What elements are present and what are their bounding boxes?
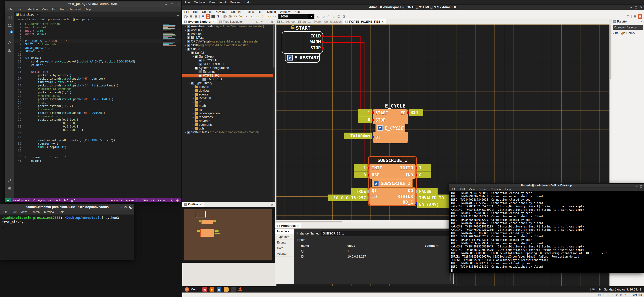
branch-status[interactable]: Development* — [13, 199, 30, 202]
close-icon[interactable]: ✕ — [382, 20, 384, 24]
menu-item-edit[interactable]: Edit — [191, 10, 200, 14]
value-badge[interactable]: FALSE — [418, 188, 438, 195]
zoom-combo[interactable]: 200% ▼ — [278, 15, 314, 19]
tab-test-plc-py[interactable]: test_plc.py ✕ — [14, 12, 40, 17]
remote-indicator[interactable]: >< — [5, 198, 11, 202]
menu-item-selection[interactable]: Selection — [24, 8, 40, 11]
tree-item-e-cycle[interactable]: ⊞E_CYCLE — [182, 59, 275, 62]
collapse-all-icon[interactable]: ⊟ — [256, 20, 258, 23]
fb-ecycle-neck[interactable]: ⊞E_CYCLE — [376, 124, 405, 132]
menu-item-view[interactable]: View — [18, 210, 28, 214]
tree-item-ash004[interactable]: ▸4Ash004 — [182, 32, 275, 36]
volume-icon[interactable] — [599, 288, 602, 291]
palette-item-type-library[interactable]: ▸ ▤ Type Library — [612, 31, 644, 36]
search-icon[interactable] — [626, 15, 630, 19]
menu-item-file[interactable]: File — [6, 8, 14, 11]
expand-arrow-icon[interactable]: ▸ — [184, 131, 187, 134]
menu-item-file[interactable]: File — [1, 210, 10, 214]
debug-tool-icon[interactable]: ▥▾ — [223, 15, 228, 19]
tree-item-net[interactable]: ▸net — [182, 108, 275, 112]
encoding-status[interactable]: UTF-8 — [140, 199, 148, 202]
indentation-status[interactable]: Spaces: 4 — [125, 199, 137, 202]
expand-arrow-icon[interactable]: ▾ — [192, 67, 194, 69]
guest-terminal-title-bar[interactable]: itadmin@itadmin-vb-Dell: ~/Desktop – ▢ — [449, 184, 644, 187]
menu-item-input[interactable]: Input — [217, 1, 228, 4]
value-badge[interactable]: 0 — [358, 116, 372, 123]
menu-item-edit[interactable]: Edit — [14, 8, 24, 11]
next-marker-icon[interactable]: ⇨ — [272, 15, 277, 19]
menu-item-search[interactable]: Search — [476, 187, 489, 191]
expand-arrow-icon[interactable]: ▸ — [192, 97, 194, 100]
expand-arrow-icon[interactable]: ▸ — [184, 37, 187, 39]
menu-item-project[interactable]: Project — [242, 10, 256, 14]
deployment-perspective-icon[interactable]: ▦ — [638, 15, 642, 19]
menu-item-terminal[interactable]: Terminal — [68, 8, 82, 11]
firefox-icon[interactable]: ◉ — [210, 287, 214, 292]
close-icon[interactable]: ✕ — [640, 6, 642, 9]
keyboard-layout-indicator[interactable]: EN — [590, 288, 596, 291]
minimize-icon[interactable]: – — [630, 6, 632, 9]
close-icon[interactable]: ✕ — [129, 205, 132, 209]
fb-ecycle-data[interactable]: DT — [372, 132, 408, 143]
menu-button[interactable]: 4 Menu — [185, 287, 198, 291]
menu-item-help[interactable]: Help — [56, 210, 66, 214]
back-icon[interactable]: ⇦▾ — [243, 15, 248, 19]
align-left-icon[interactable]: ⊏ — [316, 15, 321, 19]
tree-item-resources[interactable]: ▸resources — [182, 115, 275, 119]
tree-item-emb-res[interactable]: ▪EMB_RES — [182, 78, 275, 81]
tree-item-subscribe-1[interactable]: #SUBSCRIBE_1 — [182, 62, 275, 66]
expand-arrow-icon[interactable]: ▾ — [188, 82, 190, 85]
minimap[interactable] — [163, 23, 178, 46]
breadcrumb-item-home[interactable]: home — [16, 18, 24, 21]
menu-item-file[interactable]: File — [450, 187, 458, 191]
menu-item-view[interactable]: View — [467, 187, 476, 191]
menu-item-debug[interactable]: Debug — [265, 10, 278, 14]
close-icon[interactable]: ✕ — [297, 224, 299, 227]
python-version-status[interactable]: Python 3.8.5 64-bit — [38, 199, 61, 202]
menu-item-source[interactable]: Source — [200, 10, 214, 14]
fordiac-logo[interactable]: 4 — [238, 286, 242, 293]
tree-item-forte-pc[interactable]: ▾▣FORTE_PC — [182, 74, 275, 78]
breadcrumb-item-desktop[interactable]: Desktop — [40, 18, 50, 21]
monitor-icon[interactable]: ⬛ — [211, 15, 216, 19]
host-terminal-output[interactable]: itadmin@itadmin-precisiont7610:~/Desktop… — [0, 214, 134, 260]
editor-tab-sun03app[interactable]: ▦Sun03App — [275, 19, 296, 24]
properties-tab-interface[interactable]: Interface — [275, 228, 294, 234]
restore-icon[interactable]: ▢ — [124, 206, 127, 209]
expand-arrow-icon[interactable]: ▸ — [192, 105, 194, 107]
value-badge[interactable]: ND (ANY) — [418, 201, 454, 208]
tree-item-utils[interactable]: ▸utils — [182, 127, 275, 130]
expand-arrow-icon[interactable]: ▸ — [184, 44, 187, 47]
new-wizard-icon[interactable]: ▢▾ — [184, 15, 188, 19]
expand-arrow-icon[interactable]: ▾ — [192, 56, 194, 58]
menu-item-terminal[interactable]: Terminal — [42, 210, 56, 214]
tree-item-convert[interactable]: ▸convert — [182, 85, 275, 89]
minimize-icon[interactable]: – — [120, 206, 122, 209]
run-debug-icon[interactable]: ▷ — [5, 38, 14, 46]
align-center-icon[interactable]: ⊐ — [321, 15, 326, 19]
warnings-status[interactable]: △ 0 — [71, 199, 75, 202]
maximize-view-icon[interactable]: ▣ — [271, 20, 274, 23]
vscode-title-bar[interactable]: test_plc.py - Visual Studio Code – ▢ ✕ — [5, 2, 181, 7]
value-badge[interactable]: 0 — [354, 171, 368, 178]
tab-system-explorer[interactable]: ▤ System Explorer ✕ — [182, 19, 217, 24]
expand-arrow-icon[interactable]: ▸ — [192, 127, 194, 130]
close-icon[interactable]: ✕ — [200, 203, 202, 206]
sync-icon[interactable]: ⟲ — [33, 199, 35, 202]
cursor-position-status[interactable]: Ln 6, Col 24 — [108, 199, 122, 202]
tree-item-systemtests[interactable]: ▸4SystemTests [org.eclipse.4diac.example… — [182, 130, 275, 134]
split-editor-icon[interactable]: ❏ — [176, 13, 179, 17]
breadcrumb-item-test-plc-py[interactable]: test_plc.py — [76, 18, 90, 21]
tab-close-icon[interactable]: ✕ — [36, 13, 38, 16]
expand-arrow-icon[interactable]: ▸ — [184, 40, 187, 43]
editor-tab-forte-pc-emb-res[interactable]: ▦FORTE_PC.EMB_RES✕ — [344, 19, 386, 24]
event-pin[interactable] — [322, 47, 324, 50]
tree-item-sun03[interactable]: ▾⋕Sun03 — [182, 51, 275, 55]
menu-item-devices[interactable]: Devices — [228, 1, 242, 4]
tree-item-type-library[interactable]: ▾▤Type Library — [182, 81, 275, 85]
tree-item-math[interactable]: ▸math — [182, 104, 275, 108]
tree-item-io[interactable]: ▸io — [182, 100, 275, 104]
tree-item-events[interactable]: ▸events — [182, 93, 275, 96]
redo-icon[interactable]: ↷▾ — [238, 15, 242, 19]
expand-arrow-icon[interactable]: ▾ — [184, 48, 187, 51]
